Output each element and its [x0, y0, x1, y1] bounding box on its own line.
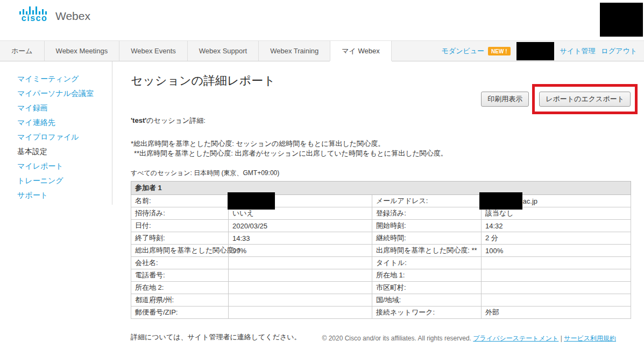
row-label: 登録済み:	[372, 207, 482, 220]
session-intro-text: のセッション詳細:	[146, 116, 205, 124]
sidebar-item-7: トレーニング	[17, 173, 112, 188]
sidebar-link[interactable]: マイ連絡先	[17, 118, 55, 127]
tab-webex-events[interactable]: Webex Events	[119, 41, 188, 61]
table-row: 郵便番号/ZIP:接続ネットワーク:外部	[131, 307, 631, 319]
redacted-box	[516, 42, 554, 60]
participant-table: 参加者 1 名前:メールアドレス:@s.u-tokyo.ac.jp招待済み:いい…	[131, 181, 631, 319]
cisco-wordmark: cisco	[22, 15, 47, 22]
session-intro: 'test'のセッション詳細:	[131, 116, 631, 126]
terms-of-service-link[interactable]: サービス利用規約	[564, 335, 616, 342]
sidebar-link[interactable]: トレーニング	[17, 176, 63, 185]
logout-link[interactable]: ログアウト	[601, 46, 637, 56]
row-label: 招待済み:	[131, 207, 229, 220]
annotation-highlight-box: レポートのエクスポート	[532, 84, 638, 114]
sidebar-link[interactable]: 基本設定	[17, 147, 47, 156]
sidebar-item-2: マイ録画	[17, 101, 112, 115]
row-value	[229, 307, 372, 319]
row-label: 名前:	[131, 195, 229, 207]
table-section-row: 参加者 1	[131, 182, 631, 195]
sidebar-item-0: マイミーティング	[17, 72, 112, 86]
sidebar-link[interactable]: マイレポート	[17, 162, 63, 170]
table-row: 所在地 2:市区町村:	[131, 282, 631, 294]
row-label: 国/地域:	[372, 294, 482, 307]
row-label: 所在地 1:	[372, 269, 482, 282]
sidebar-link[interactable]: マイプロファイル	[17, 133, 79, 141]
sidebar-link[interactable]: マイ録画	[17, 103, 48, 112]
sidebar-item-5: 基本設定	[17, 144, 112, 159]
row-value	[482, 257, 631, 269]
cisco-webex-logo: cisco Webex	[19, 6, 90, 22]
row-label: 出席時間を基準とした関心度: **	[372, 245, 482, 257]
row-value	[229, 269, 372, 282]
topnav: モダンビュー NEW ! サイト管理 ログアウト	[442, 41, 637, 61]
tab-webex-meetings[interactable]: Webex Meetings	[45, 41, 120, 61]
row-value	[482, 269, 631, 282]
table-row: 名前:メールアドレス:@s.u-tokyo.ac.jp	[131, 195, 631, 207]
row-value: 100%	[482, 245, 631, 257]
export-report-button[interactable]: レポートのエクスポート	[539, 92, 631, 107]
site-admin-link[interactable]: サイト管理	[560, 46, 596, 56]
row-value: 外部	[482, 307, 631, 319]
sidebar-item-8: サポート	[17, 188, 112, 203]
modern-view-link[interactable]: モダンビュー	[442, 46, 485, 56]
attention-notes: *総出席時間を基準とした関心度: セッションの総時間をもとに算出した関心度。 *…	[131, 139, 631, 158]
privacy-statement-link[interactable]: プライバシーステートメント	[473, 335, 558, 342]
page-footer: © 2020 Cisco and/or its affiliates. All …	[322, 334, 616, 343]
tab-my-webex[interactable]: マイ Webex	[330, 41, 391, 61]
table-row: 都道府県/州:国/地域:	[131, 294, 631, 307]
participant-header: 参加者 1	[131, 182, 631, 195]
row-label: 継続時間:	[372, 232, 482, 245]
table-row: 日付:2020/03/25開始時刻:14:32	[131, 220, 631, 232]
row-value: 2 分	[482, 232, 631, 245]
sidebar-link[interactable]: サポート	[17, 191, 48, 199]
sidebar-item-1: マイパーソナル会議室	[17, 86, 112, 101]
row-value	[229, 257, 372, 269]
footer-separator: |	[561, 335, 562, 342]
cisco-logo: cisco	[19, 6, 49, 22]
row-label: タイトル:	[372, 257, 482, 269]
print-view-button[interactable]: 印刷用表示	[481, 92, 529, 107]
row-value: 99%	[229, 245, 372, 257]
row-value	[482, 282, 631, 294]
row-label: 終了時刻:	[131, 232, 229, 245]
tab-webex-support[interactable]: Webex Support	[188, 41, 259, 61]
row-value: @s.u-tokyo.ac.jp	[482, 195, 631, 207]
row-label: 日付:	[131, 220, 229, 232]
note-line-2: **出席時間を基準とした関心度: 出席者がセッションに出席していた時間をもとに算…	[131, 149, 631, 158]
row-label: 総出席時間を基準とした関心度: *	[131, 245, 229, 257]
row-label: 市区町村:	[372, 282, 482, 294]
sidebar-item-6: マイレポート	[17, 159, 112, 173]
row-label: 開始時刻:	[372, 220, 482, 232]
sidebar-item-3: マイ連絡先	[17, 115, 112, 130]
tab-webex-training[interactable]: Webex Training	[259, 41, 330, 61]
row-label: メールアドレス:	[372, 195, 482, 207]
row-value	[482, 294, 631, 307]
row-value	[229, 294, 372, 307]
main-tabbar: ホームWebex MeetingsWebex EventsWebex Suppo…	[0, 40, 644, 61]
table-row: 会社名:タイトル:	[131, 257, 631, 269]
row-label: 都道府県/州:	[131, 294, 229, 307]
table-row: 招待済み:いいえ登録済み:該当なし	[131, 207, 631, 220]
row-value	[229, 195, 372, 207]
table-row: 終了時刻:14:33継続時間:2 分	[131, 232, 631, 245]
new-badge: NEW !	[488, 47, 510, 55]
row-label: 会社名:	[131, 257, 229, 269]
row-label: 郵便番号/ZIP:	[131, 307, 229, 319]
sidebar-link[interactable]: マイミーティング	[17, 74, 79, 83]
redacted-box	[600, 3, 643, 37]
row-value: 14:33	[229, 232, 372, 245]
copyright-text: © 2020 Cisco and/or its affiliates. All …	[322, 335, 471, 342]
tab-list: ホームWebex MeetingsWebex EventsWebex Suppo…	[0, 41, 392, 61]
redacted-box	[479, 192, 522, 210]
row-value: 2020/03/25	[229, 220, 372, 232]
page-header: cisco Webex	[0, 0, 644, 40]
sidebar-link[interactable]: マイパーソナル会議室	[17, 89, 94, 98]
row-value: 14:32	[482, 220, 631, 232]
tab-home[interactable]: ホーム	[0, 41, 45, 61]
session-name: 'test'	[131, 116, 146, 124]
row-label: 電話番号:	[131, 269, 229, 282]
main-content: セッションの詳細レポート 印刷用表示 レポートのエクスポート 'test'のセッ…	[112, 61, 644, 342]
content-layout: マイミーティングマイパーソナル会議室マイ録画マイ連絡先マイプロファイル基本設定マ…	[0, 61, 644, 342]
row-label: 接続ネットワーク:	[372, 307, 482, 319]
sidebar: マイミーティングマイパーソナル会議室マイ録画マイ連絡先マイプロファイル基本設定マ…	[0, 61, 112, 205]
